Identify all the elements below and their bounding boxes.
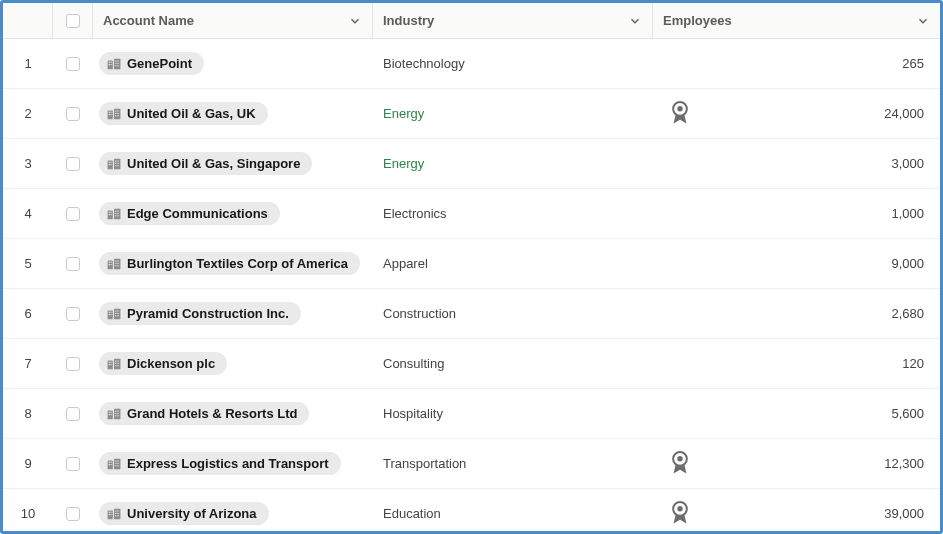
employees-cell: 2,680 — [653, 289, 940, 338]
svg-rect-73 — [118, 315, 119, 316]
row-select-checkbox[interactable] — [66, 107, 80, 121]
table-body: 1GenePointBiotechnology2652United Oil & … — [3, 39, 940, 531]
svg-rect-21 — [118, 112, 119, 113]
svg-rect-44 — [115, 210, 116, 211]
row-select-checkbox[interactable] — [66, 157, 80, 171]
account-pill[interactable]: University of Arizona — [99, 502, 269, 525]
svg-rect-92 — [115, 410, 116, 411]
employees-value: 265 — [653, 56, 924, 71]
chevron-down-icon[interactable] — [906, 14, 940, 28]
svg-rect-14 — [109, 111, 110, 112]
row-select-checkbox[interactable] — [66, 57, 80, 71]
svg-rect-33 — [118, 160, 119, 161]
svg-rect-18 — [115, 110, 116, 111]
award-icon — [669, 99, 691, 128]
svg-rect-50 — [108, 260, 113, 269]
row-select-checkbox[interactable] — [66, 207, 80, 221]
svg-rect-51 — [114, 258, 120, 269]
industry-cell: Energy — [373, 89, 653, 138]
account-pill[interactable]: Pyramid Construction Inc. — [99, 302, 301, 325]
svg-rect-7 — [118, 60, 119, 61]
table-row[interactable]: 2United Oil & Gas, UKEnergy24,000 — [3, 89, 940, 139]
svg-rect-45 — [118, 210, 119, 211]
svg-rect-41 — [111, 211, 112, 212]
employees-cell: 5,600 — [653, 389, 940, 438]
table-row[interactable]: 3United Oil & Gas, SingaporeEnergy3,000 — [3, 139, 940, 189]
account-icon — [107, 458, 121, 470]
svg-rect-5 — [111, 64, 112, 65]
award-icon — [669, 449, 691, 478]
row-select-checkbox[interactable] — [66, 307, 80, 321]
row-select-checkbox[interactable] — [66, 457, 80, 471]
svg-rect-76 — [109, 361, 110, 362]
account-icon — [107, 208, 121, 220]
row-select-checkbox[interactable] — [66, 357, 80, 371]
account-icon — [107, 158, 121, 170]
svg-rect-90 — [109, 414, 110, 415]
row-select-checkbox[interactable] — [66, 507, 80, 521]
select-all-checkbox[interactable] — [66, 14, 80, 28]
account-name-text: Grand Hotels & Resorts Ltd — [127, 406, 297, 421]
account-icon — [107, 308, 121, 320]
svg-rect-100 — [109, 461, 110, 462]
row-select-cell — [53, 289, 93, 338]
row-number: 5 — [3, 239, 53, 288]
industry-cell: Construction — [373, 289, 653, 338]
account-pill[interactable]: GenePoint — [99, 52, 204, 75]
svg-rect-103 — [111, 464, 112, 465]
account-name-cell: GenePoint — [93, 39, 373, 88]
column-header-account-name[interactable]: Account Name — [93, 3, 373, 38]
svg-rect-102 — [109, 464, 110, 465]
row-select-checkbox[interactable] — [66, 257, 80, 271]
svg-rect-116 — [109, 514, 110, 515]
account-name-text: Edge Communications — [127, 206, 268, 221]
table-row[interactable]: 7Dickenson plcConsulting120 — [3, 339, 940, 389]
table-row[interactable]: 1GenePointBiotechnology265 — [3, 39, 940, 89]
chevron-down-icon[interactable] — [618, 14, 652, 28]
table-row[interactable]: 6Pyramid Construction Inc.Construction2,… — [3, 289, 940, 339]
account-pill[interactable]: Dickenson plc — [99, 352, 227, 375]
table-row[interactable]: 4Edge CommunicationsElectronics1,000 — [3, 189, 940, 239]
account-pill[interactable]: Express Logistics and Transport — [99, 452, 341, 475]
account-name-text: Dickenson plc — [127, 356, 215, 371]
employees-cell: 120 — [653, 339, 940, 388]
svg-rect-77 — [111, 361, 112, 362]
column-header-employees[interactable]: Employees — [653, 3, 940, 38]
row-number: 2 — [3, 89, 53, 138]
account-pill[interactable]: United Oil & Gas, Singapore — [99, 152, 312, 175]
column-header-industry[interactable]: Industry — [373, 3, 653, 38]
table-row[interactable]: 8Grand Hotels & Resorts LtdHospitality5,… — [3, 389, 940, 439]
table-row[interactable]: 9Express Logistics and TransportTranspor… — [3, 439, 940, 489]
industry-cell: Apparel — [373, 239, 653, 288]
svg-point-25 — [677, 106, 683, 112]
column-header-select-all[interactable] — [53, 3, 93, 38]
account-pill[interactable]: Burlington Textiles Corp of America — [99, 252, 360, 275]
svg-rect-55 — [111, 264, 112, 265]
svg-rect-68 — [115, 310, 116, 311]
employees-cell: 24,000 — [653, 89, 940, 138]
table-row[interactable]: 10University of ArizonaEducation39,000 — [3, 489, 940, 531]
svg-rect-99 — [114, 458, 120, 469]
row-number: 7 — [3, 339, 53, 388]
table-row[interactable]: 5Burlington Textiles Corp of AmericaAppa… — [3, 239, 940, 289]
employees-cell: 1,000 — [653, 189, 940, 238]
chevron-down-icon[interactable] — [338, 14, 372, 28]
account-name-cell: United Oil & Gas, Singapore — [93, 139, 373, 188]
row-select-checkbox[interactable] — [66, 407, 80, 421]
svg-rect-2 — [109, 61, 110, 62]
account-pill[interactable]: Grand Hotels & Resorts Ltd — [99, 402, 309, 425]
account-pill[interactable]: United Oil & Gas, UK — [99, 102, 268, 125]
svg-rect-72 — [115, 315, 116, 316]
account-name-text: United Oil & Gas, UK — [127, 106, 256, 121]
svg-rect-23 — [118, 115, 119, 116]
employees-cell: 39,000 — [653, 489, 940, 531]
svg-rect-26 — [108, 160, 113, 169]
svg-rect-81 — [118, 360, 119, 361]
account-name-cell: Edge Communications — [93, 189, 373, 238]
accounts-table: Account Name Industry Employees 1GenePoi… — [0, 0, 943, 534]
svg-rect-57 — [118, 260, 119, 261]
account-pill[interactable]: Edge Communications — [99, 202, 280, 225]
row-select-cell — [53, 189, 93, 238]
account-icon — [107, 258, 121, 270]
account-name-cell: University of Arizona — [93, 489, 373, 531]
